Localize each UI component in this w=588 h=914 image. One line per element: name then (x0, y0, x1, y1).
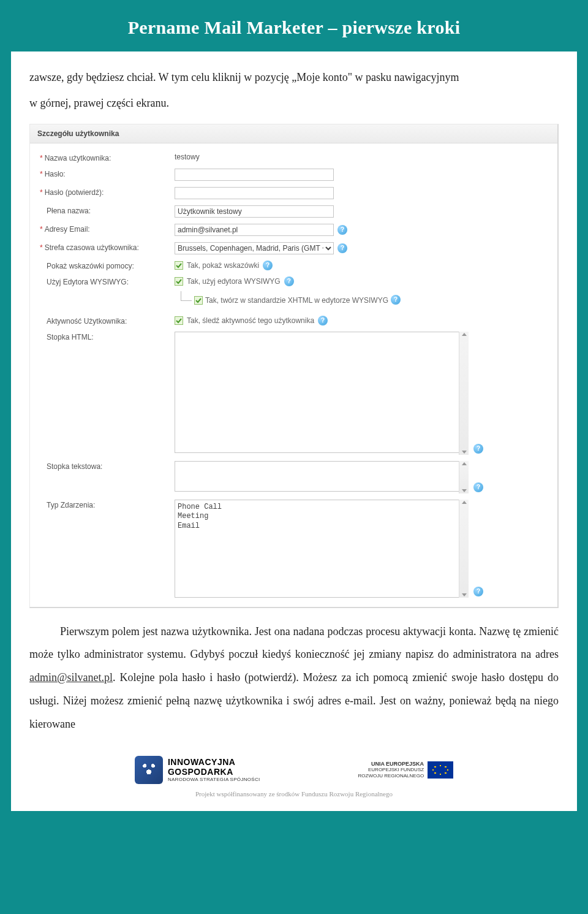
page-header: Pername Mail Marketer – pierwsze kroki (0, 0, 588, 51)
checkbox-wysiwyg-label: Tak, użyj edytora WYSIWYG (187, 277, 281, 286)
checkbox-wysiwyg[interactable] (175, 277, 183, 286)
row-tips: Pokaż wskazówki pomocy: Tak, pokaż wskaz… (35, 257, 552, 273)
row-event-type: Typ Zdarzenia: Phone Call Meeting Email (35, 497, 552, 601)
checkbox-tips[interactable] (175, 261, 183, 270)
row-password-confirm: *Hasło (potwierdź): (35, 184, 552, 202)
footer-logos: INNOWACYJNA GOSPODARKA NARODOWA STRATEGI… (29, 745, 559, 788)
scrollbar[interactable] (459, 332, 469, 455)
timezone-select[interactable]: Brussels, Copenhagen, Madrid, Paris (GMT… (175, 242, 334, 254)
help-icon[interactable] (318, 316, 328, 326)
label-emails: Adresy Email: (45, 225, 90, 234)
eu-flag-icon (428, 761, 453, 779)
label-fullname: Płena nazwa: (47, 207, 91, 215)
row-wysiwyg: Użyj Edytora WYSIWYG: Tak, użyj edytora … (35, 273, 552, 308)
password-field[interactable] (175, 169, 334, 181)
help-icon[interactable] (337, 243, 347, 253)
help-icon[interactable] (473, 444, 483, 454)
tree-branch-icon (181, 291, 192, 301)
checkbox-xhtml-label: Tak, twórz w standardzie XHTML w edytorz… (205, 296, 388, 305)
intro-line-1: zawsze, gdy będziesz chciał. W tym celu … (29, 66, 559, 89)
row-activity: Aktywność Użytkownika: Tak, śledź aktywn… (35, 313, 552, 329)
eu-logo: UNIA EUROPEJSKA EUROPEJSKI FUNDUSZ ROZWO… (358, 761, 454, 779)
row-text-footer: Stopka tekstowa: (35, 458, 552, 497)
row-username: *Nazwa użytkownika: testowy (35, 150, 552, 166)
label-username: Nazwa użytkownika: (45, 154, 111, 162)
checkbox-xhtml[interactable] (194, 296, 203, 305)
label-password-confirm: Hasło (potwierdź): (45, 188, 104, 197)
help-icon[interactable] (263, 261, 273, 270)
checkbox-tips-label: Tak, pokaż wskazówki (187, 261, 259, 270)
admin-email-link[interactable]: admin@silvanet.pl (29, 671, 113, 684)
row-fullname: Płena nazwa: (35, 202, 552, 221)
intro-line-2: w górnej, prawej części ekranu. (29, 92, 559, 115)
password-confirm-field[interactable] (175, 187, 334, 199)
footer-copyright: Projekt współfinansowany ze środków Fund… (29, 788, 559, 811)
label-password: Hasło: (45, 170, 66, 178)
value-username: testowy (175, 153, 200, 161)
checkbox-activity-label: Tak, śledź aktywność tego użytkownika (187, 316, 314, 325)
label-activity: Aktywność Użytkownika: (47, 317, 127, 326)
text-footer-textarea[interactable] (175, 461, 469, 492)
ig-star-icon (135, 756, 163, 784)
label-text-footer: Stopka tekstowa: (47, 462, 102, 471)
innowacyjna-gospodarka-logo: INNOWACYJNA GOSPODARKA NARODOWA STRATEGI… (135, 756, 260, 784)
help-icon[interactable] (284, 276, 294, 286)
label-html-footer: Stopka HTML: (47, 333, 94, 341)
help-icon[interactable] (473, 482, 483, 492)
emails-field[interactable] (175, 224, 334, 236)
form-section-header: Szczegółu użytkownika (30, 124, 557, 143)
help-icon[interactable] (337, 225, 347, 235)
help-icon[interactable] (391, 295, 401, 305)
checkbox-activity[interactable] (175, 316, 183, 325)
row-emails: *Adresy Email: (35, 221, 552, 239)
outro-paragraph: Pierwszym polem jest nazwa użytkownika. … (29, 620, 559, 736)
scrollbar[interactable] (459, 500, 469, 598)
row-html-footer: Stopka HTML: (35, 329, 552, 458)
label-tips: Pokaż wskazówki pomocy: (47, 262, 134, 270)
row-timezone: *Strefa czasowa użytkownika: Brussels, C… (35, 239, 552, 257)
label-event-type: Typ Zdarzenia: (47, 501, 95, 509)
html-footer-textarea[interactable] (175, 332, 469, 453)
label-timezone: Strefa czasowa użytkownika: (45, 243, 139, 252)
page-title: Pername Mail Marketer – pierwsze kroki (0, 17, 588, 38)
row-password: *Hasło: (35, 166, 552, 184)
label-wysiwyg: Użyj Edytora WYSIWYG: (47, 278, 129, 286)
scrollbar[interactable] (459, 461, 469, 493)
help-icon[interactable] (473, 587, 483, 596)
event-type-textarea[interactable]: Phone Call Meeting Email (175, 500, 469, 598)
fullname-field[interactable] (175, 205, 334, 218)
page-body: zawsze, gdy będziesz chciał. W tym celu … (11, 51, 577, 811)
user-details-form: Szczegółu użytkownika *Nazwa użytkownika… (29, 124, 559, 608)
